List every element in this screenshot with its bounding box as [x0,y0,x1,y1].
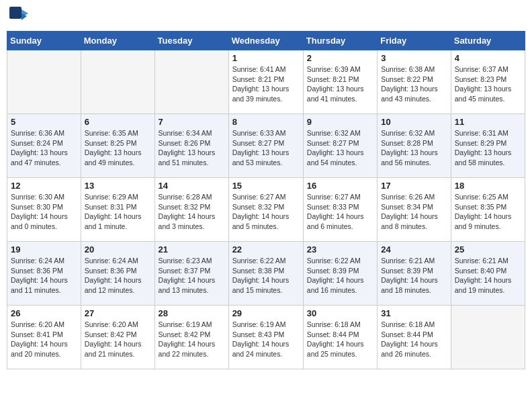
day-info: Sunrise: 6:18 AM Sunset: 8:44 PM Dayligh… [307,320,373,359]
calendar-cell: 25Sunrise: 6:21 AM Sunset: 8:40 PM Dayli… [451,242,525,306]
day-number: 14 [159,181,225,191]
calendar-cell: 31Sunrise: 6:18 AM Sunset: 8:44 PM Dayli… [378,306,451,369]
day-number: 17 [381,181,447,191]
day-number: 23 [307,244,373,255]
day-number: 16 [307,181,373,191]
day-info: Sunrise: 6:28 AM Sunset: 8:32 PM Dayligh… [159,192,225,232]
calendar-header-wednesday: Wednesday [228,32,303,50]
calendar-cell: 18Sunrise: 6:25 AM Sunset: 8:35 PM Dayli… [451,178,525,242]
calendar-cell: 16Sunrise: 6:27 AM Sunset: 8:33 PM Dayli… [303,178,377,242]
day-info: Sunrise: 6:24 AM Sunset: 8:36 PM Dayligh… [11,256,77,295]
day-number: 25 [455,244,521,255]
day-number: 6 [85,117,151,127]
day-info: Sunrise: 6:35 AM Sunset: 8:25 PM Dayligh… [85,128,151,168]
calendar-cell [81,50,154,114]
day-info: Sunrise: 6:24 AM Sunset: 8:36 PM Dayligh… [85,256,151,295]
svg-rect-0 [9,7,21,19]
calendar-cell: 5Sunrise: 6:36 AM Sunset: 8:24 PM Daylig… [7,114,81,178]
calendar-cell: 22Sunrise: 6:22 AM Sunset: 8:38 PM Dayli… [228,242,303,306]
calendar-cell: 14Sunrise: 6:28 AM Sunset: 8:32 PM Dayli… [154,178,228,242]
calendar-cell [451,306,525,369]
day-number: 21 [159,244,225,255]
calendar-week-row: 19Sunrise: 6:24 AM Sunset: 8:36 PM Dayli… [7,242,525,306]
day-number: 19 [11,244,77,255]
day-number: 13 [85,181,151,191]
calendar-week-row: 1Sunrise: 6:41 AM Sunset: 8:21 PM Daylig… [7,50,525,114]
calendar-week-row: 5Sunrise: 6:36 AM Sunset: 8:24 PM Daylig… [7,114,525,178]
calendar-header-row: SundayMondayTuesdayWednesdayThursdayFrid… [7,32,525,50]
day-info: Sunrise: 6:22 AM Sunset: 8:39 PM Dayligh… [307,256,373,295]
calendar-cell: 9Sunrise: 6:32 AM Sunset: 8:27 PM Daylig… [303,114,377,178]
day-info: Sunrise: 6:26 AM Sunset: 8:34 PM Dayligh… [381,192,447,232]
calendar-header-saturday: Saturday [451,32,525,50]
calendar-cell: 1Sunrise: 6:41 AM Sunset: 8:21 PM Daylig… [228,50,303,114]
day-info: Sunrise: 6:21 AM Sunset: 8:40 PM Dayligh… [455,256,521,295]
day-number: 15 [232,181,300,191]
calendar-cell: 30Sunrise: 6:18 AM Sunset: 8:44 PM Dayli… [303,306,377,369]
day-number: 2 [307,53,373,63]
calendar-cell: 28Sunrise: 6:19 AM Sunset: 8:42 PM Dayli… [154,306,228,369]
day-info: Sunrise: 6:33 AM Sunset: 8:27 PM Dayligh… [232,128,300,168]
day-number: 26 [11,308,77,318]
calendar-cell: 11Sunrise: 6:31 AM Sunset: 8:29 PM Dayli… [451,114,525,178]
calendar-cell: 21Sunrise: 6:23 AM Sunset: 8:37 PM Dayli… [154,242,228,306]
calendar-header-tuesday: Tuesday [154,32,228,50]
calendar-cell: 6Sunrise: 6:35 AM Sunset: 8:25 PM Daylig… [81,114,154,178]
day-info: Sunrise: 6:22 AM Sunset: 8:38 PM Dayligh… [232,256,300,295]
calendar-header-monday: Monday [81,32,154,50]
calendar-cell: 2Sunrise: 6:39 AM Sunset: 8:21 PM Daylig… [303,50,377,114]
calendar-cell: 29Sunrise: 6:19 AM Sunset: 8:43 PM Dayli… [228,306,303,369]
calendar-cell: 13Sunrise: 6:29 AM Sunset: 8:31 PM Dayli… [81,178,154,242]
day-info: Sunrise: 6:39 AM Sunset: 8:21 PM Dayligh… [307,64,373,104]
day-info: Sunrise: 6:29 AM Sunset: 8:31 PM Dayligh… [85,192,151,232]
calendar-cell: 3Sunrise: 6:38 AM Sunset: 8:22 PM Daylig… [378,50,451,114]
day-number: 27 [85,308,151,318]
calendar-table: SundayMondayTuesdayWednesdayThursdayFrid… [7,31,525,369]
day-number: 11 [455,117,521,127]
day-info: Sunrise: 6:38 AM Sunset: 8:22 PM Dayligh… [381,64,447,104]
calendar-cell: 27Sunrise: 6:20 AM Sunset: 8:42 PM Dayli… [81,306,154,369]
day-info: Sunrise: 6:21 AM Sunset: 8:39 PM Dayligh… [381,256,447,295]
day-info: Sunrise: 6:18 AM Sunset: 8:44 PM Dayligh… [381,320,447,359]
calendar-week-row: 26Sunrise: 6:20 AM Sunset: 8:41 PM Dayli… [7,306,525,369]
logo-icon [9,7,28,26]
day-info: Sunrise: 6:30 AM Sunset: 8:30 PM Dayligh… [11,192,77,232]
page-header [7,7,525,26]
calendar-cell: 7Sunrise: 6:34 AM Sunset: 8:26 PM Daylig… [154,114,228,178]
day-info: Sunrise: 6:32 AM Sunset: 8:28 PM Dayligh… [381,128,447,168]
calendar-cell [7,50,81,114]
day-info: Sunrise: 6:25 AM Sunset: 8:35 PM Dayligh… [455,192,521,232]
calendar-cell: 12Sunrise: 6:30 AM Sunset: 8:30 PM Dayli… [7,178,81,242]
day-info: Sunrise: 6:37 AM Sunset: 8:23 PM Dayligh… [455,64,521,104]
calendar-cell: 26Sunrise: 6:20 AM Sunset: 8:41 PM Dayli… [7,306,81,369]
calendar-cell: 20Sunrise: 6:24 AM Sunset: 8:36 PM Dayli… [81,242,154,306]
calendar-cell: 10Sunrise: 6:32 AM Sunset: 8:28 PM Dayli… [378,114,451,178]
day-number: 30 [307,308,373,318]
calendar-cell: 17Sunrise: 6:26 AM Sunset: 8:34 PM Dayli… [378,178,451,242]
day-info: Sunrise: 6:31 AM Sunset: 8:29 PM Dayligh… [455,128,521,168]
day-info: Sunrise: 6:32 AM Sunset: 8:27 PM Dayligh… [307,128,373,168]
day-info: Sunrise: 6:27 AM Sunset: 8:32 PM Dayligh… [232,192,300,232]
day-info: Sunrise: 6:27 AM Sunset: 8:33 PM Dayligh… [307,192,373,232]
calendar-header-sunday: Sunday [7,32,81,50]
day-info: Sunrise: 6:41 AM Sunset: 8:21 PM Dayligh… [232,64,300,104]
day-number: 12 [11,181,77,191]
day-number: 18 [455,181,521,191]
day-number: 22 [232,244,300,255]
day-number: 28 [159,308,225,318]
day-info: Sunrise: 6:34 AM Sunset: 8:26 PM Dayligh… [159,128,225,168]
day-number: 31 [381,308,447,318]
day-info: Sunrise: 6:36 AM Sunset: 8:24 PM Dayligh… [11,128,77,168]
day-info: Sunrise: 6:23 AM Sunset: 8:37 PM Dayligh… [159,256,225,295]
day-number: 24 [381,244,447,255]
day-number: 8 [232,117,300,127]
day-number: 7 [159,117,225,127]
calendar-cell: 23Sunrise: 6:22 AM Sunset: 8:39 PM Dayli… [303,242,377,306]
day-number: 9 [307,117,373,127]
calendar-cell: 8Sunrise: 6:33 AM Sunset: 8:27 PM Daylig… [228,114,303,178]
day-number: 4 [455,53,521,63]
calendar-header-friday: Friday [378,32,451,50]
day-number: 29 [232,308,300,318]
calendar-cell: 4Sunrise: 6:37 AM Sunset: 8:23 PM Daylig… [451,50,525,114]
logo [9,7,30,26]
